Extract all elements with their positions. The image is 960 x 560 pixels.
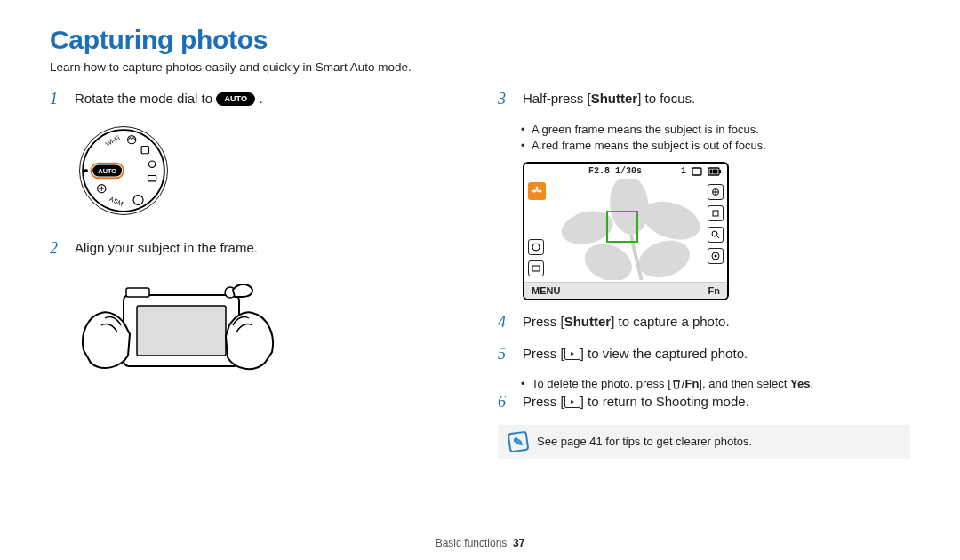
shutter-label: Shutter [591,91,638,106]
step-number: 1 [50,90,64,109]
svg-rect-27 [532,266,540,271]
step4-post: ] to capture a photo. [611,314,729,329]
right-column: 3 Half-press [Shutter] to focus. A green… [498,90,910,524]
page-subtitle: Learn how to capture photos easily and q… [50,60,910,74]
step-number: 4 [498,313,512,332]
svg-rect-15 [692,168,701,175]
page-footer: Basic functions 37 [50,524,910,549]
step3-pre: Half-press [ [523,91,591,106]
svg-point-23 [634,235,694,280]
step1-text-pre: Rotate the mode dial to [75,91,216,106]
step-number: 3 [498,90,512,109]
step-3: 3 Half-press [Shutter] to focus. [498,90,910,109]
playback-key-icon: ▸ [564,348,580,360]
svg-rect-13 [126,288,149,297]
mode-dial-illustration: AUTO Wi-Fi ASM [75,122,462,223]
step5-pre: Press [ [523,346,564,361]
lcd-icon-right-1 [708,184,724,200]
trash-icon [671,379,682,389]
svg-rect-18 [710,169,713,173]
svg-rect-29 [713,211,718,216]
bullet-red-frame: A red frame means the subject is out of … [523,138,910,155]
shutter-label: Shutter [564,314,612,329]
lcd-icon-left-1 [528,239,544,255]
footer-section: Basic functions [436,537,508,549]
step-6: 6 Press [▸] to return to Shooting mode. [498,393,910,412]
svg-point-3 [84,168,88,172]
bullet-green-frame: A green frame means the subject is in fo… [523,122,910,139]
step3-post: ] to focus. [637,91,695,106]
step3-bullets: A green frame means the subject is in fo… [498,122,910,156]
lcd-icon-right-2 [708,205,724,221]
lcd-fn-label: Fn [708,285,720,296]
auto-pill-icon: AUTO [216,92,255,106]
sd-card-icon [692,167,702,176]
dial-auto-label: AUTO [98,166,116,174]
lcd-screenshot: F2.8 1/30s 1 [523,162,910,300]
fn-label: Fn [684,377,699,390]
step5-bullets: To delete the photo, press [/Fn], and th… [498,376,910,393]
step-4: 4 Press [Shutter] to capture a photo. [498,313,910,332]
svg-point-26 [532,244,540,251]
lcd-icon-right-4 [708,248,724,264]
footer-page-number: 37 [513,537,524,549]
step-5: 5 Press [▸] to view the captured photo. [498,345,910,364]
note-icon: ✎ [508,430,530,452]
bullet-delete: To delete the photo, press [/Fn], and th… [523,376,910,393]
svg-point-32 [715,255,717,258]
step-number: 5 [498,345,512,364]
svg-rect-19 [713,169,716,173]
step-number: 6 [498,393,512,412]
step-number: 2 [50,239,64,259]
page-title: Capturing photos [50,25,910,55]
lcd-exposure: F2.8 1/30s [588,166,642,176]
left-column: 1 Rotate the mode dial to AUTO . [50,90,462,524]
svg-point-24 [579,237,637,280]
svg-rect-20 [716,169,718,173]
lcd-icon-left-2 [528,260,544,276]
lcd-menu-label: MENU [532,285,560,296]
yes-label: Yes [790,377,810,390]
lcd-icon-right-3 [708,227,724,243]
step4-pre: Press [ [523,314,564,329]
step2-text: Align your subject in the frame. [75,239,258,259]
tip-text: See page 41 for tips to get clearer phot… [537,435,752,448]
svg-rect-17 [719,170,721,173]
step6-pre: Press [ [523,394,564,409]
step-1: 1 Rotate the mode dial to AUTO . [50,90,462,109]
playback-key-icon: ▸ [564,396,580,408]
focus-frame [606,211,638,243]
lcd-count: 1 [681,166,686,176]
step6-post: ] to return to Shooting mode. [580,394,749,409]
step-2: 2 Align your subject in the frame. [50,239,462,259]
step1-text-post: . [259,91,262,106]
battery-icon [708,167,722,176]
tip-box: ✎ See page 41 for tips to get clearer ph… [498,425,910,459]
hold-camera-illustration [75,270,462,389]
svg-rect-12 [137,306,226,356]
step5-post: ] to view the captured photo. [580,346,748,361]
